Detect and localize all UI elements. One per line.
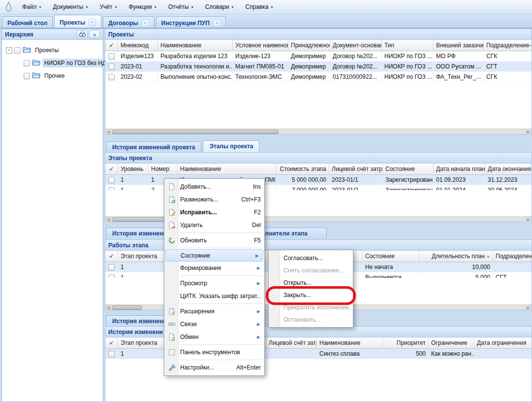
- scroll-left-icon[interactable]: ◄: [105, 129, 112, 134]
- refresh-icon: [166, 236, 177, 244]
- menubar-item[interactable]: Справка▾: [240, 1, 278, 13]
- table-row[interactable]: 2023-01Разработка технологии и...Магнит …: [105, 62, 532, 72]
- context-menu-item[interactable]: Добавить...Ins: [164, 180, 264, 193]
- context-menu-item[interactable]: УдалитьDel: [164, 219, 264, 232]
- context-menu-item[interactable]: Настройки...Alt+Enter: [164, 361, 264, 374]
- column-header[interactable]: Условное наименова: [233, 40, 288, 51]
- submenu-item[interactable]: Открыть...: [269, 276, 353, 289]
- column-header[interactable]: Подразделение-от: [484, 40, 532, 51]
- collapse-expander-icon[interactable]: −: [6, 47, 12, 54]
- stages-panel-title: Этапы проекта: [105, 153, 532, 164]
- context-menu-item[interactable]: Просмотр▶: [164, 277, 264, 290]
- column-header[interactable]: Дата ограничения: [474, 337, 532, 349]
- select-all-header[interactable]: ✓: [105, 164, 118, 175]
- column-header[interactable]: Лицевой счёт затр: [266, 337, 317, 349]
- column-header[interactable]: Приоритет: [383, 337, 429, 349]
- context-menu-item[interactable]: Связи▶: [164, 318, 264, 331]
- context-menu-item[interactable]: Исправить...F2: [164, 206, 264, 219]
- close-icon[interactable]: ×: [213, 20, 220, 27]
- subtab-История изменений проекта[interactable]: История изменений проекта: [106, 141, 201, 152]
- scrollbar-thumb[interactable]: [112, 305, 142, 310]
- scroll-right-icon[interactable]: ►: [525, 305, 532, 310]
- row-checkbox[interactable]: [108, 53, 115, 60]
- table-row[interactable]: Изделие123Разработка изделия 123Изделие-…: [105, 51, 532, 62]
- column-header[interactable]: Дата окончания п: [485, 164, 532, 175]
- column-header[interactable]: Тип: [382, 40, 434, 51]
- close-icon[interactable]: ×: [142, 20, 149, 27]
- select-all-header[interactable]: ✓: [105, 251, 118, 262]
- tab-Инструкции ПУП[interactable]: Инструкции ПУП×: [156, 16, 226, 28]
- column-header[interactable]: Наименование: [178, 164, 276, 175]
- column-header[interactable]: Подразделение-исполн: [493, 251, 532, 262]
- column-header[interactable]: Внешний заказчик: [434, 40, 484, 51]
- scroll-left-icon[interactable]: ◄: [105, 305, 112, 310]
- table-cell: 31.12.2023: [485, 175, 532, 185]
- context-menu: Добавить...InsРазмножить...Ctrl+F3Исправ…: [164, 178, 265, 376]
- row-checkbox[interactable]: [108, 177, 115, 183]
- column-header[interactable]: Длительность план▼: [419, 251, 493, 262]
- page-edit-icon: [166, 208, 177, 216]
- submenu-item-annotated[interactable]: Закрыть...: [269, 289, 353, 301]
- row-checkbox[interactable]: [108, 351, 115, 357]
- select-all-header[interactable]: ✓: [105, 337, 118, 349]
- column-header[interactable]: Стоимость этапа: [276, 164, 329, 175]
- collapse-sidebar-button[interactable]: «: [89, 30, 100, 38]
- scroll-left-icon[interactable]: ◄: [105, 217, 112, 222]
- column-header[interactable]: Наименование: [158, 40, 233, 51]
- column-header[interactable]: Номер: [149, 164, 178, 175]
- subtab-Этапы проекта[interactable]: Этапы проекта: [203, 140, 259, 152]
- menubar-item[interactable]: Словари▾: [200, 1, 239, 13]
- select-all-header[interactable]: ✓: [105, 40, 118, 51]
- folder-icon: [23, 46, 31, 54]
- menubar-item[interactable]: Документы▾: [48, 1, 94, 13]
- column-header[interactable]: Принадлежность: [288, 40, 330, 51]
- context-menu-item[interactable]: ЦИТК. Указать шифр затрат...: [164, 290, 264, 302]
- tree-checkbox[interactable]: [24, 73, 30, 79]
- menubar-item[interactable]: Файл▾: [17, 1, 47, 13]
- context-menu-item[interactable]: Состояние▶: [165, 249, 263, 262]
- table-row[interactable]: 2023-02Выполнение опытно-конс...Технолог…: [105, 72, 532, 82]
- column-header[interactable]: Состояние: [363, 251, 419, 262]
- tab-Договоры[interactable]: Договоры×: [103, 16, 154, 28]
- tree-checkbox[interactable]: [14, 47, 21, 54]
- horizontal-scrollbar[interactable]: ◄ ►: [105, 129, 532, 134]
- menubar-item[interactable]: Отчёты▾: [163, 1, 199, 13]
- menubar-item[interactable]: Функции▾: [123, 1, 161, 13]
- tree-node-child[interactable]: Прочее: [4, 69, 101, 82]
- column-header[interactable]: Наименование: [317, 337, 383, 349]
- table-cell: 01.09.2023: [434, 175, 485, 185]
- row-checkbox[interactable]: [108, 274, 115, 278]
- context-menu-item[interactable]: Формирование▶: [164, 262, 264, 274]
- menubar: Файл▾Документы▾Учёт▾Функции▾Отчёты▾Слова…: [0, 0, 532, 14]
- column-header[interactable]: Состояние: [383, 164, 434, 175]
- context-menu-item[interactable]: Панель инструментов: [164, 346, 264, 359]
- column-header[interactable]: Этап проекта: [118, 251, 170, 262]
- context-menu-item[interactable]: Расширения▶: [164, 305, 264, 318]
- row-checkbox[interactable]: [108, 64, 115, 70]
- column-header[interactable]: Документ-основан: [330, 40, 382, 51]
- row-checkbox[interactable]: [108, 74, 115, 80]
- tab-Проекты[interactable]: Проекты×: [54, 15, 101, 28]
- submenu-item[interactable]: Согласовать...: [269, 252, 353, 264]
- column-header[interactable]: Этап проекта: [118, 337, 170, 349]
- context-menu-item[interactable]: Обмен▶: [164, 331, 264, 343]
- tree-node-child[interactable]: НИОКР по ГОЗ без НДС: [4, 57, 101, 69]
- context-menu-item[interactable]: ОбновитьF5: [164, 234, 264, 247]
- column-header[interactable]: Уровень: [118, 164, 149, 175]
- scroll-right-icon[interactable]: ►: [525, 217, 532, 222]
- column-header[interactable]: Мнемокод: [118, 40, 158, 51]
- context-menu-item[interactable]: Размножить...Ctrl+F3: [164, 193, 264, 206]
- tab-Рабочий стол[interactable]: Рабочий стол: [2, 16, 53, 28]
- scrollbar-thumb[interactable]: [112, 130, 279, 134]
- menubar-item[interactable]: Учёт▾: [94, 1, 122, 13]
- row-checkbox[interactable]: [108, 264, 115, 270]
- search-icon[interactable]: [77, 30, 88, 38]
- tree-checkbox[interactable]: [24, 60, 30, 67]
- close-icon[interactable]: ×: [89, 19, 96, 26]
- checkbox-icon: [166, 348, 177, 356]
- column-header[interactable]: Дата начала план: [434, 164, 485, 175]
- scroll-right-icon[interactable]: ►: [525, 129, 532, 134]
- tree-node-root[interactable]: − Проекты: [4, 44, 101, 57]
- column-header[interactable]: Ограничение: [429, 337, 474, 349]
- column-header[interactable]: Лицевой счёт затрат.: [329, 164, 383, 175]
